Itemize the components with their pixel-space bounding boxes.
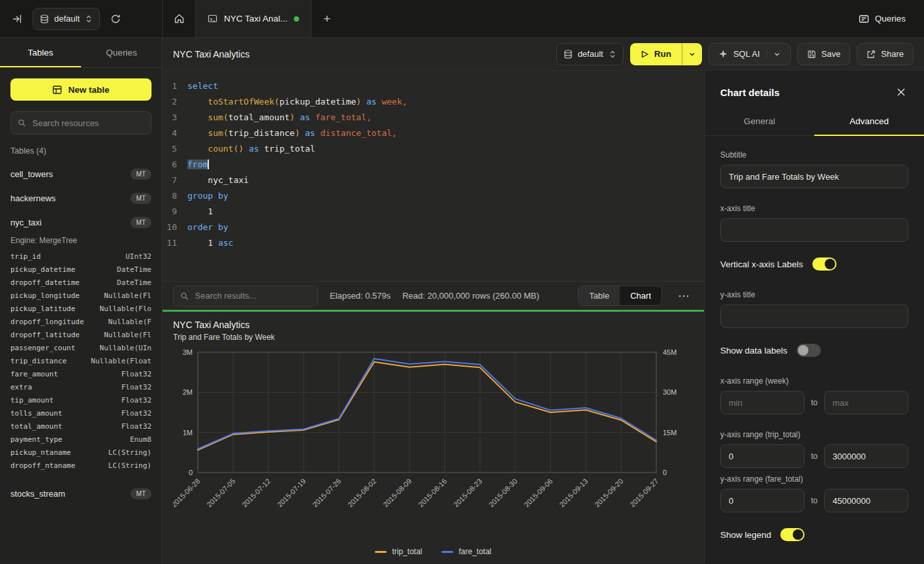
column-row[interactable]: dropoff_datetimeDateTime xyxy=(10,276,151,290)
panel-title: Chart details xyxy=(720,87,780,98)
query-tab[interactable]: NYC Taxi Anal... xyxy=(195,0,311,37)
panel-tabs: General Advanced xyxy=(705,108,924,136)
sql-ai-dropdown[interactable] xyxy=(767,50,781,58)
resource-search[interactable] xyxy=(10,111,151,135)
xaxis-title-label: x-axis title xyxy=(720,204,908,213)
yrange-fare-max-input[interactable] xyxy=(824,489,908,512)
sidebar-tab-tables[interactable]: Tables xyxy=(0,38,81,67)
table-name: cell_towers xyxy=(10,169,53,179)
legend-item[interactable]: fare_total xyxy=(441,547,491,556)
to-label: to xyxy=(811,398,818,407)
show-data-labels-label: Show data labels xyxy=(720,346,788,356)
yrange-trip-min-input[interactable] xyxy=(720,444,805,468)
show-legend-toggle[interactable] xyxy=(780,528,805,541)
save-icon xyxy=(807,50,816,59)
table-name: hackernews xyxy=(10,193,56,203)
run-dropdown[interactable] xyxy=(682,43,702,65)
chart-subtitle: Trip and Fare Totals by Week xyxy=(173,333,693,342)
main-area: NYC Taxi Analytics default xyxy=(163,38,924,564)
run-database-selector[interactable]: default xyxy=(556,43,624,65)
sidebar-tabs: Tables Queries xyxy=(0,38,162,68)
results-search[interactable] xyxy=(173,286,318,307)
column-row[interactable]: trip_idUInt32 xyxy=(10,250,151,263)
yaxis-title-input[interactable] xyxy=(720,305,908,328)
column-row[interactable]: dropoff_ntanameLC(String) xyxy=(10,459,151,473)
results-search-input[interactable] xyxy=(194,290,311,301)
column-row[interactable]: tolls_amountFloat32 xyxy=(10,407,151,420)
legend-item[interactable]: trip_total xyxy=(375,547,422,556)
table-row-hackernews[interactable]: hackernews MT xyxy=(0,186,162,210)
search-icon xyxy=(18,118,25,127)
chart-view-button[interactable]: Chart xyxy=(620,286,661,305)
xrange-min-input[interactable] xyxy=(720,391,805,414)
column-row[interactable]: fare_amountFloat32 xyxy=(10,368,151,381)
table-row-nyc-taxi[interactable]: nyc_taxi MT xyxy=(0,210,162,235)
table-row-stocks-stream[interactable]: stocks_stream MT xyxy=(0,482,162,506)
svg-text:0: 0 xyxy=(189,469,193,476)
column-row[interactable]: dropoff_latitudeNullable(Fl xyxy=(10,329,151,342)
column-row[interactable]: pickup_longitudeNullable(Fl xyxy=(10,290,151,303)
svg-text:2015-07-12: 2015-07-12 xyxy=(240,477,272,508)
close-icon xyxy=(897,88,906,97)
column-row[interactable]: pickup_latitudeNullable(Flo xyxy=(10,303,151,316)
show-data-labels-toggle[interactable] xyxy=(797,344,821,357)
column-row[interactable]: passenger_countNullable(UIn xyxy=(10,342,151,355)
share-label: Share xyxy=(881,49,904,59)
show-data-labels-row: Show data labels xyxy=(720,344,908,357)
table-view-button[interactable]: Table xyxy=(579,286,620,305)
column-row[interactable]: pickup_datetimeDateTime xyxy=(10,263,151,276)
column-row[interactable]: payment_typeEnum8 xyxy=(10,433,151,446)
editor-column: 1select2 toStartOfWeek(pickup_datetime) … xyxy=(163,71,704,564)
column-row[interactable]: trip_distanceNullable(Float xyxy=(10,355,151,368)
save-label: Save xyxy=(821,49,841,59)
column-row[interactable]: extraFloat32 xyxy=(10,381,151,394)
yrange-fare-min-input[interactable] xyxy=(720,489,805,512)
run-button-main[interactable]: Run xyxy=(630,43,682,65)
tab-advanced[interactable]: Advanced xyxy=(814,108,924,136)
subtitle-input[interactable] xyxy=(720,165,908,188)
chart-svg: 001M15M2M30M3M45M2015-06-282015-07-05201… xyxy=(173,347,692,535)
table-row-cell-towers[interactable]: cell_towers MT xyxy=(0,162,162,186)
query-tab-title: NYC Taxi Anal... xyxy=(224,14,287,24)
vertical-labels-toggle[interactable] xyxy=(812,257,836,271)
table-name: stocks_stream xyxy=(10,489,65,499)
database-selector[interactable]: default xyxy=(33,8,100,30)
column-row[interactable]: tip_amountFloat32 xyxy=(10,394,151,407)
svg-text:2015-08-02: 2015-08-02 xyxy=(346,477,377,508)
more-options-button[interactable]: ⋯ xyxy=(674,288,693,305)
column-row[interactable]: pickup_ntanameLC(String) xyxy=(10,446,151,459)
yrange-trip-label: y-axis range (trip_total) xyxy=(720,430,908,439)
xrange-max-input[interactable] xyxy=(824,391,908,414)
run-button[interactable]: Run xyxy=(630,43,702,65)
close-panel-button[interactable] xyxy=(894,85,908,99)
refresh-button[interactable] xyxy=(108,11,123,27)
chevron-down-icon xyxy=(688,50,696,58)
app-window: default NYC Taxi Anal... xyxy=(0,0,924,564)
to-label: to xyxy=(811,496,818,505)
column-row[interactable]: total_amountFloat32 xyxy=(10,420,151,433)
save-button[interactable]: Save xyxy=(797,43,851,65)
new-table-button[interactable]: New table xyxy=(10,78,151,101)
sql-ai-label: SQL AI xyxy=(733,49,760,59)
svg-text:15M: 15M xyxy=(663,429,677,437)
play-icon xyxy=(641,50,649,59)
xaxis-title-input[interactable] xyxy=(720,218,908,242)
sql-ai-button[interactable]: SQL AI xyxy=(709,43,791,65)
resource-search-input[interactable] xyxy=(31,118,144,129)
new-tab-button[interactable]: + xyxy=(311,12,342,26)
table-name: nyc_taxi xyxy=(10,218,42,227)
sparkle-icon xyxy=(718,49,728,59)
svg-text:2015-08-30: 2015-08-30 xyxy=(487,477,518,508)
query-title: NYC Taxi Analytics xyxy=(173,49,249,59)
share-button[interactable]: Share xyxy=(857,43,914,65)
yrange-trip-max-input[interactable] xyxy=(824,444,908,468)
home-button[interactable] xyxy=(163,0,195,37)
show-legend-row: Show legend xyxy=(720,528,908,541)
sidebar-tab-queries[interactable]: Queries xyxy=(81,38,162,67)
queries-button[interactable]: Queries xyxy=(855,13,910,25)
legend-label: trip_total xyxy=(392,547,422,556)
column-row[interactable]: dropoff_longitudeNullable(F xyxy=(10,316,151,329)
sql-editor[interactable]: 1select2 toStartOfWeek(pickup_datetime) … xyxy=(163,71,704,281)
tab-general[interactable]: General xyxy=(705,108,814,136)
collapse-sidebar-button[interactable] xyxy=(9,11,25,27)
